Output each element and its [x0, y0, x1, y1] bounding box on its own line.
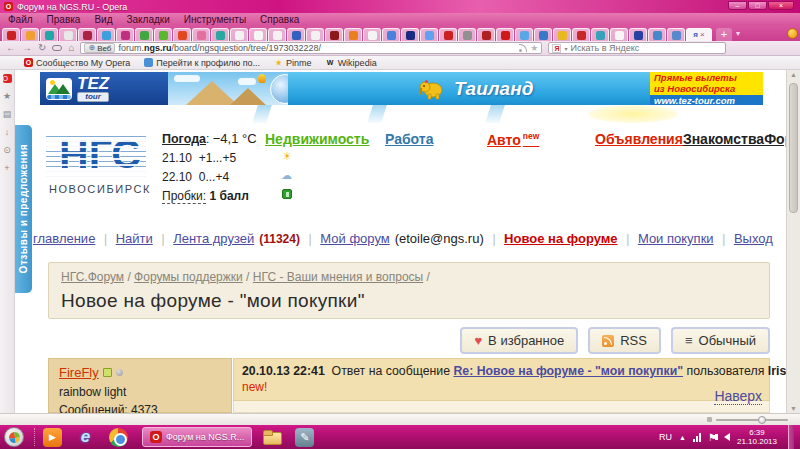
browser-tab[interactable]: [382, 28, 400, 41]
close-tab-icon[interactable]: ×: [700, 31, 705, 39]
tray-clock[interactable]: 6:39 21.10.2013: [737, 428, 777, 446]
forum-nav-new[interactable]: Новое на форуме: [504, 231, 617, 246]
minimize-button[interactable]: –: [728, 1, 747, 10]
zoom-control[interactable]: [707, 417, 788, 422]
breadcrumb-forum[interactable]: НГС.Форум: [61, 270, 124, 284]
panel-opera-icon[interactable]: O: [3, 74, 12, 83]
forum-nav-purchases[interactable]: Мои покупки: [638, 231, 714, 246]
browser-tab[interactable]: [21, 28, 39, 41]
ngs-link-auto[interactable]: Автоnew: [487, 131, 595, 158]
close-button[interactable]: ×: [768, 1, 794, 10]
panel-downloads-icon[interactable]: ↓: [5, 128, 10, 137]
forum-nav-myforum[interactable]: Мой форум: [320, 231, 389, 246]
browser-tab[interactable]: [648, 28, 666, 41]
vertical-scrollbar[interactable]: ▲ ▼: [786, 70, 800, 413]
forum-nav-friends[interactable]: Лента друзей: [173, 231, 254, 246]
browser-tab[interactable]: [629, 28, 647, 41]
tab-list-caret-icon[interactable]: ▾: [736, 29, 740, 38]
active-tab[interactable]: я ×: [686, 28, 712, 41]
ngs-link-realty[interactable]: Недвижимость: [265, 131, 385, 158]
browser-tab[interactable]: [344, 28, 362, 41]
browser-tab[interactable]: [116, 28, 134, 41]
browser-tab[interactable]: [610, 28, 628, 41]
panel-history-icon[interactable]: ⊙: [3, 146, 11, 155]
tray-expand-icon[interactable]: ▲: [679, 434, 686, 441]
maximize-button[interactable]: □: [748, 1, 767, 10]
zoom-out-icon[interactable]: [707, 417, 712, 422]
url-field[interactable]: ⊕ Веб forum.ngs.ru/board/ngsquestion/tre…: [80, 42, 542, 54]
scroll-up-icon[interactable]: ▲: [787, 71, 800, 78]
browser-tab[interactable]: [211, 28, 229, 41]
network-icon[interactable]: [693, 433, 701, 442]
show-desktop-button[interactable]: [788, 425, 794, 449]
browser-tab[interactable]: [553, 28, 571, 41]
forum-nav-toc[interactable]: главление: [33, 231, 95, 246]
browser-tab[interactable]: [135, 28, 153, 41]
browser-tab[interactable]: [268, 28, 286, 41]
favorite-button[interactable]: ♥ В избранное: [460, 327, 578, 354]
bookmark-star-icon[interactable]: ★: [530, 44, 538, 53]
browser-tab[interactable]: [534, 28, 552, 41]
explorer-icon[interactable]: [262, 428, 281, 447]
chrome-icon[interactable]: [109, 428, 128, 447]
language-indicator[interactable]: RU: [659, 432, 672, 442]
browser-tab[interactable]: [287, 28, 305, 41]
feedback-tab[interactable]: Отзывы и предложения: [15, 125, 32, 293]
ngs-link-jobs[interactable]: Работа: [385, 131, 487, 158]
forward-icon[interactable]: →: [22, 43, 32, 53]
search-field[interactable]: Я ▾: [548, 42, 726, 54]
post-author-link[interactable]: FireFly: [59, 365, 99, 380]
active-task-button[interactable]: O Форум на NGS.R...: [142, 427, 252, 447]
rss-button[interactable]: RSS: [588, 327, 661, 354]
browser-tab[interactable]: [439, 28, 457, 41]
internet-explorer-icon[interactable]: e: [76, 428, 95, 447]
forum-nav-find[interactable]: Найти: [116, 231, 153, 246]
browser-tab[interactable]: [230, 28, 248, 41]
panel-bookmarks-icon[interactable]: ★: [3, 92, 11, 101]
browser-tab[interactable]: [173, 28, 191, 41]
back-icon[interactable]: ←: [6, 43, 16, 53]
media-player-icon[interactable]: ▶: [43, 428, 62, 447]
browser-tab[interactable]: [458, 28, 476, 41]
menu-edit[interactable]: Правка: [47, 14, 81, 25]
bookmark-profile[interactable]: Перейти к профилю по...: [144, 58, 260, 68]
browser-tab[interactable]: [496, 28, 514, 41]
traffic-link[interactable]: Пробки:: [162, 189, 206, 204]
reload-icon[interactable]: ↻: [38, 43, 46, 53]
sync-icon[interactable]: [787, 28, 798, 39]
rss-feed-icon[interactable]: [519, 44, 527, 52]
editor-app-icon[interactable]: ✎: [295, 428, 314, 447]
browser-tab[interactable]: [325, 28, 343, 41]
weather-link[interactable]: Погода: [162, 132, 206, 146]
back-to-top-link[interactable]: Наверх: [714, 388, 762, 405]
zoom-slider-thumb[interactable]: [758, 416, 766, 424]
breadcrumb-opinions[interactable]: НГС - Ваши мнения и вопросы: [253, 270, 423, 284]
bookmark-pinme[interactable]: ★ Pinme: [274, 58, 312, 68]
browser-tab[interactable]: [78, 28, 96, 41]
scroll-down-icon[interactable]: ▼: [787, 405, 800, 412]
search-engine-caret-icon[interactable]: ▾: [564, 45, 567, 52]
bookmark-wikipedia[interactable]: W Wikipedia: [326, 58, 377, 68]
browser-tab[interactable]: [2, 28, 20, 41]
ngs-link-dating[interactable]: Знакомства: [683, 131, 764, 158]
menu-help[interactable]: Справка: [260, 14, 299, 25]
forum-nav-logout[interactable]: Выход: [734, 231, 773, 246]
browser-tab[interactable]: [401, 28, 419, 41]
browser-tab[interactable]: [420, 28, 438, 41]
view-mode-button[interactable]: ≡ Обычный: [671, 327, 770, 354]
browser-tab[interactable]: [363, 28, 381, 41]
browser-tab[interactable]: [306, 28, 324, 41]
menu-view[interactable]: Вид: [94, 14, 112, 25]
browser-tab[interactable]: [249, 28, 267, 41]
menu-bookmarks[interactable]: Закладки: [126, 14, 169, 25]
profile-card-icon[interactable]: [103, 368, 112, 377]
ngs-link-ads[interactable]: Объявления: [595, 131, 683, 158]
browser-tab[interactable]: [154, 28, 172, 41]
banner-site-url[interactable]: www.tez-tour.com: [650, 95, 763, 105]
browser-tab[interactable]: [572, 28, 590, 41]
panel-notes-icon[interactable]: ▤: [3, 110, 12, 119]
browser-tab[interactable]: [591, 28, 609, 41]
menu-tools[interactable]: Инструменты: [184, 14, 246, 25]
tez-tour-banner[interactable]: TEZtour Таиланд Прямые вылеты из Новосиб…: [40, 72, 763, 105]
ngs-logo[interactable]: НГС НОВОСИБИРСК: [46, 131, 154, 195]
